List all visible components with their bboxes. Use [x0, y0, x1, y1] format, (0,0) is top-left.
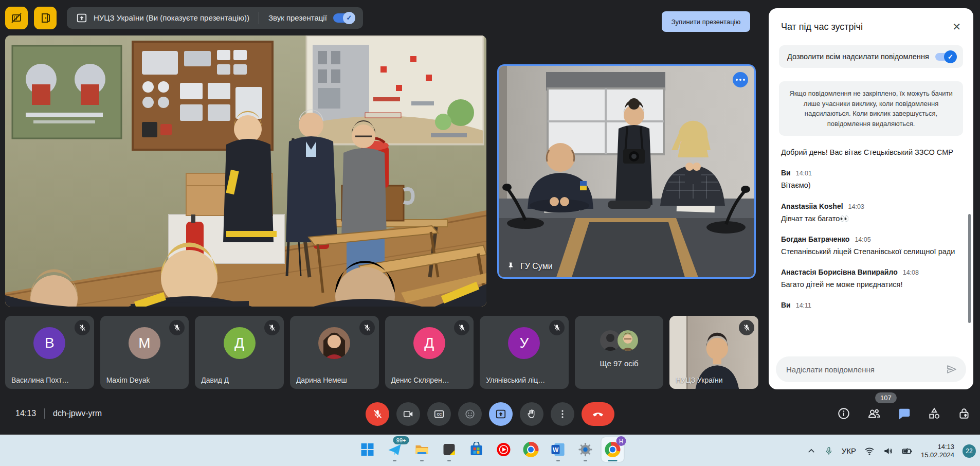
tray-wifi-icon[interactable]	[864, 446, 875, 456]
tile-options-button[interactable]	[733, 72, 748, 87]
tray-language-indicator[interactable]: УКР	[842, 446, 856, 455]
meet-bottom-bar: 14:13 dch-jpwv-yrm CC	[0, 396, 980, 435]
panel-buttons	[837, 406, 971, 421]
svg-text:W: W	[553, 446, 559, 454]
participant-name: Улянівський ліц…	[486, 376, 545, 384]
chat-message: Анастасія Борисівна Випирайло14:08 Багат…	[781, 268, 961, 290]
send-message-button[interactable]	[946, 363, 958, 375]
reactions-button[interactable]	[458, 402, 482, 426]
taskbar-telegram[interactable]: 99+	[384, 437, 406, 462]
chat-header: Чат під час зустрічі ✕	[769, 8, 973, 36]
meeting-clock: 14:13	[15, 409, 36, 418]
meeting-details-button[interactable]	[837, 407, 850, 420]
taskbar-chrome[interactable]	[520, 437, 542, 462]
tray-chevron-up-icon[interactable]	[807, 446, 816, 456]
notes-icon	[442, 442, 457, 457]
more-dots-icon	[736, 79, 738, 81]
pin-icon	[506, 262, 515, 271]
chrome-profile-badge: H	[616, 436, 626, 446]
meeting-code: dch-jpwv-yrm	[53, 409, 102, 418]
taskbar-word[interactable]: W	[547, 437, 570, 462]
presentation-title: НУЦЗ України (Ви (показуєте презентацію)…	[94, 13, 249, 22]
annotation-disabled-button[interactable]	[5, 7, 28, 29]
presentation-info-pill: НУЦЗ України (Ви (показуєте презентацію)…	[67, 7, 363, 29]
participants-button[interactable]	[867, 406, 881, 421]
raise-hand-button[interactable]	[520, 402, 543, 426]
overflow-avatars	[600, 330, 638, 351]
mic-muted-icon	[739, 320, 754, 335]
taskbar-youtube-music[interactable]	[493, 437, 515, 462]
mic-muted-icon	[549, 320, 565, 335]
participant-tile[interactable]: Д Денис Склярен…	[385, 316, 474, 389]
door-button[interactable]	[34, 7, 57, 29]
tray-clock[interactable]: 14:13 15.02.2024	[921, 443, 954, 459]
host-controls-button[interactable]	[957, 407, 971, 420]
chat-panel-button-active[interactable]	[898, 407, 911, 420]
mic-muted-icon	[359, 320, 375, 335]
start-button[interactable]	[356, 437, 379, 462]
tray-time: 14:13	[921, 443, 954, 451]
taskbar-dark-notes-app[interactable]	[438, 437, 461, 462]
google-meet-window: НУЦЗ України (Ви (показуєте презентацію)…	[0, 0, 980, 466]
captions-button[interactable]: CC	[427, 402, 451, 426]
chat-messages: Добрий день! Вас вітає Стецьківський ЗЗС…	[781, 147, 961, 309]
mic-muted-button[interactable]	[366, 402, 389, 426]
folder-icon	[414, 442, 430, 457]
pinned-label: ГУ Суми	[506, 262, 553, 271]
chat-message: Anastasiia Koshel14:03 Дівчат так багато…	[781, 202, 961, 224]
taskbar-file-explorer[interactable]	[411, 437, 433, 462]
present-active-button[interactable]	[489, 402, 513, 426]
chat-scrollbar[interactable]	[968, 214, 971, 323]
close-chat-button[interactable]: ✕	[952, 21, 961, 33]
tray-battery-charging-icon[interactable]	[901, 445, 913, 457]
allow-messages-row: Дозволити всім надсилати повідомлення ✓	[779, 45, 963, 68]
participant-tile[interactable]: M Maxim Deyak	[100, 316, 189, 389]
taskbar-settings[interactable]	[574, 437, 597, 462]
more-options-button[interactable]	[551, 402, 574, 426]
participant-tile[interactable]: Д Давид Д	[195, 316, 284, 389]
taskbar-chrome-active-window[interactable]: H	[602, 437, 624, 462]
mic-muted-icon	[264, 320, 280, 335]
settings-gear-icon	[578, 442, 593, 457]
camera-button[interactable]	[396, 402, 420, 426]
stop-presentation-button[interactable]: Зупинити презентацію	[662, 11, 750, 32]
divider	[44, 408, 45, 419]
overflow-participants-tile[interactable]: Ще 97 осіб	[575, 316, 664, 389]
avatar: Д	[413, 327, 445, 359]
participant-name: Денис Склярен…	[391, 376, 449, 384]
avatar: В	[33, 327, 65, 359]
chat-unread-badge: 107	[875, 392, 897, 403]
participant-tile[interactable]: У Улянівський ліц…	[480, 316, 569, 389]
chat-message: Богдан Батраченко14:05 Степанівський ліц…	[781, 235, 961, 257]
participant-name: Василина Похт…	[11, 376, 69, 384]
divider	[259, 12, 259, 24]
taskbar-microsoft-store[interactable]	[465, 437, 488, 462]
allow-messages-toggle[interactable]: ✓	[935, 53, 955, 61]
system-tray: УКР 14:13 15.02.2024 22	[807, 435, 976, 466]
avatar: Д	[224, 327, 256, 359]
store-icon	[469, 442, 484, 457]
tray-volume-icon[interactable]	[883, 446, 893, 456]
present-screen-icon	[76, 12, 87, 24]
grid-disabled-icon	[10, 12, 23, 24]
pinned-participant-tile[interactable]: ГУ Суми	[497, 64, 756, 279]
presentation-audio-toggle[interactable]: ✓	[333, 13, 354, 23]
mic-muted-icon	[169, 320, 185, 335]
self-view-tile[interactable]: НУЦЗ України	[669, 316, 758, 389]
tray-microphone-icon[interactable]	[824, 446, 833, 456]
participant-tile[interactable]: Дарина Немеш	[290, 316, 379, 389]
participant-tile[interactable]: В Василина Похт…	[5, 316, 94, 389]
youtube-music-icon	[496, 442, 512, 457]
presentation-audio-label: Звук презентації	[268, 13, 327, 22]
end-call-button[interactable]	[582, 402, 614, 426]
chat-input[interactable]: Надіслати повідомлення	[776, 356, 966, 382]
participant-name: Дарина Немеш	[296, 376, 347, 384]
avatar: У	[508, 327, 540, 359]
chat-message: Ви14:11	[781, 301, 961, 309]
participant-name: НУЦЗ України	[676, 376, 722, 384]
notification-count-badge[interactable]: 22	[963, 444, 976, 458]
activities-button[interactable]	[928, 407, 941, 420]
shared-presentation-video[interactable]	[5, 35, 486, 307]
participant-name: Maxim Deyak	[106, 376, 150, 384]
tray-date: 15.02.2024	[921, 451, 954, 459]
